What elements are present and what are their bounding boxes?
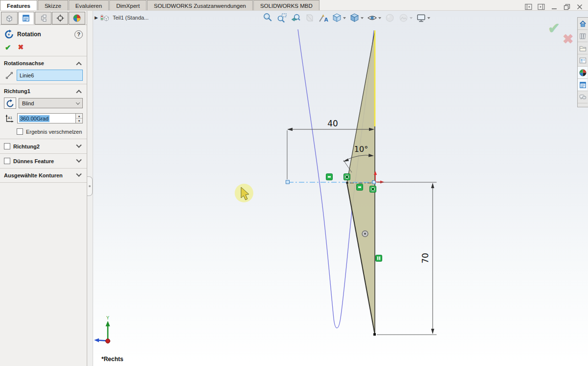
configuration-manager-icon[interactable] [35, 12, 51, 24]
svg-text:10°: 10° [354, 145, 368, 154]
constraint-horizontal-icon[interactable] [357, 184, 363, 191]
task-pane-strip [577, 17, 588, 107]
dimension-height-70[interactable]: 70 [377, 182, 437, 335]
end-condition-dropdown[interactable]: Blind [19, 98, 83, 108]
dimxpert-manager-icon[interactable] [52, 12, 69, 24]
display-style-icon[interactable] [348, 12, 365, 24]
help-icon[interactable]: ? [74, 30, 83, 39]
edit-appearance-icon[interactable] [384, 12, 396, 24]
confirmation-cancel-icon[interactable]: ✖ [563, 31, 574, 47]
collapse-pane-left-icon[interactable] [524, 2, 533, 11]
property-manager-icon[interactable] [18, 12, 35, 24]
dropdown-caret-icon[interactable] [410, 17, 413, 19]
profile-bottom-vertex-point[interactable] [373, 333, 376, 336]
command-manager-tabbar: Features Skizze Evaluieren DimXpert SOLI… [0, 0, 588, 11]
chevron-up-icon[interactable] [76, 62, 81, 67]
constraint-coincident-icon[interactable] [344, 174, 350, 180]
collapse-pane-right-icon[interactable] [537, 2, 546, 11]
dropdown-caret-icon[interactable] [361, 17, 364, 19]
pm-ok-button[interactable]: ✔ [5, 43, 11, 52]
direction1-condition-row: Blind [0, 96, 87, 112]
section-label: Ausgewählte Konturen [4, 172, 63, 178]
section-label: Rotationsachse [4, 60, 77, 66]
spinner-up-icon[interactable]: ▲ [76, 114, 82, 119]
pm-cancel-button[interactable]: ✖ [18, 43, 24, 52]
angle-input[interactable]: 360.00Grad [17, 113, 75, 123]
chevron-down-icon[interactable] [76, 157, 81, 162]
section-rotationsachse-header[interactable]: Rotationsachse [0, 56, 87, 68]
sketch-point-icon[interactable] [362, 231, 368, 237]
section-view-icon[interactable] [303, 12, 316, 24]
section-richtung2-header[interactable]: Richtung2 [0, 139, 87, 154]
feature-manager-tree-icon[interactable] [1, 12, 18, 24]
centerline-endpoint-left[interactable] [286, 180, 290, 184]
splitter-collapse-handle[interactable] [87, 176, 93, 196]
triad-y-label: Y [106, 315, 109, 320]
pm-header: Rotation ? [0, 25, 87, 42]
chevron-up-icon[interactable] [76, 90, 81, 95]
3d-drawing-view-icon[interactable]: A [317, 12, 329, 24]
graphics-viewport[interactable]: 40 10° 70 [93, 11, 588, 366]
confirmation-ok-icon[interactable]: ✔ [548, 20, 560, 37]
part-name-label[interactable]: Teil1 (Standa... [113, 15, 148, 21]
section-richtung1-header[interactable]: Richtung1 [0, 84, 87, 96]
view-settings-icon[interactable] [415, 12, 431, 24]
svg-text:40: 40 [327, 119, 338, 128]
spinner-down-icon[interactable]: ▼ [76, 119, 82, 123]
section-label: Dünnes Feature [13, 158, 54, 164]
view-orientation-icon[interactable] [331, 12, 347, 24]
restore-icon[interactable] [562, 2, 571, 11]
zoom-to-fit-icon[interactable] [262, 12, 274, 24]
chevron-down-icon[interactable] [76, 142, 81, 147]
apply-scene-icon[interactable] [397, 12, 414, 24]
custom-properties-icon[interactable] [578, 79, 588, 91]
merge-result-row: Ergebnis verschmelzen [0, 126, 87, 139]
flyout-feature-tree[interactable]: ▶ Teil1 (Standa... [95, 13, 148, 22]
svg-text:A: A [324, 17, 328, 23]
home-icon[interactable] [578, 18, 588, 30]
tree-expander-icon[interactable]: ▶ [95, 15, 98, 20]
thin-feature-checkbox[interactable] [4, 158, 10, 164]
hide-show-items-icon[interactable] [366, 12, 382, 24]
tab-dimxpert[interactable]: DimXpert [109, 0, 147, 10]
view-palette-icon[interactable] [578, 54, 588, 67]
pm-confirm-row: ✔ ✖ [0, 42, 87, 56]
sketch-canvas[interactable]: 40 10° 70 [93, 11, 588, 366]
dropdown-caret-icon[interactable] [427, 17, 430, 19]
rotation-axis-input[interactable]: Linie6 [17, 70, 83, 81]
end-condition-value: Blind [22, 100, 34, 106]
zoom-to-area-icon[interactable] [276, 12, 288, 24]
constraint-coincident-icon[interactable] [370, 186, 376, 193]
dropdown-caret-icon[interactable] [343, 17, 346, 19]
reverse-direction-button[interactable] [4, 98, 16, 109]
section-selected-contours-header[interactable]: Ausgewählte Konturen [0, 169, 87, 183]
appearances-icon[interactable] [578, 67, 588, 79]
constraint-horizontal-icon[interactable] [326, 174, 333, 180]
section-label: Richtung1 [4, 88, 77, 94]
part-icon [100, 13, 110, 22]
forum-icon[interactable] [578, 91, 588, 103]
file-explorer-icon[interactable] [578, 42, 588, 54]
tab-skizze[interactable]: Skizze [38, 0, 68, 10]
merge-result-checkbox[interactable] [17, 128, 23, 135]
design-library-icon[interactable] [578, 30, 588, 42]
tab-evaluieren[interactable]: Evaluieren [69, 0, 109, 10]
panel-splitter[interactable] [87, 11, 93, 366]
section-thin-feature-header[interactable]: Dünnes Feature [0, 154, 87, 169]
tab-features[interactable]: Features [0, 0, 37, 10]
merge-result-label: Ergebnis verschmelzen [26, 129, 82, 135]
profile-left-vertex-point[interactable] [346, 182, 348, 184]
reference-triad: Y Z [93, 315, 110, 343]
angle-icon: A1 [4, 114, 15, 123]
dropdown-caret-icon[interactable] [378, 17, 381, 19]
minimize-icon[interactable] [549, 2, 559, 11]
angle-spinner[interactable]: ▲ ▼ [75, 113, 83, 123]
tab-solidworks-mbd[interactable]: SOLIDWORKS MBD [253, 0, 319, 10]
close-icon[interactable] [575, 2, 584, 11]
display-manager-icon[interactable] [69, 12, 85, 24]
richtung2-checkbox[interactable] [4, 143, 10, 149]
tab-zusatzanwendungen[interactable]: SOLIDWORKS Zusatzanwendungen [147, 0, 253, 10]
constraint-vertical-icon[interactable] [376, 255, 382, 262]
previous-view-icon[interactable] [290, 12, 302, 24]
chevron-down-icon[interactable] [76, 171, 81, 177]
